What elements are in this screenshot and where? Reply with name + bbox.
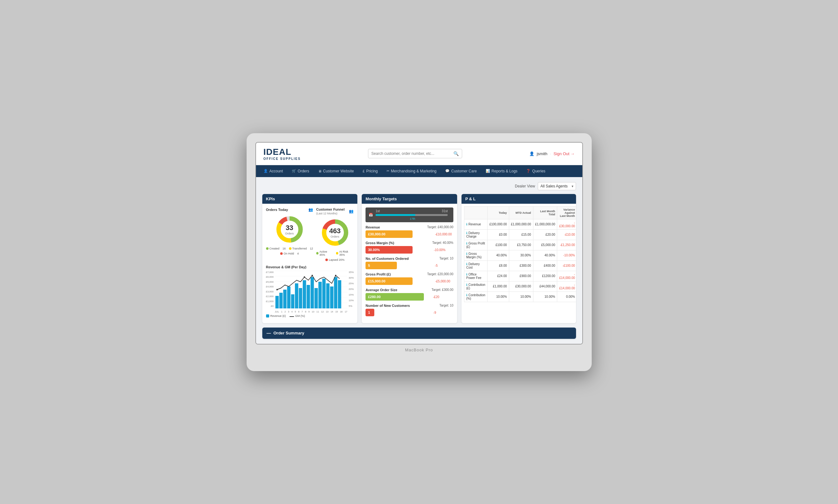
order-summary-title: Order Summary: [274, 331, 304, 335]
pl-row-today: 10.00%: [487, 291, 509, 302]
pl-table-row: ℹGross Margin (%) 40.00% 30.00% 40.00% -…: [464, 250, 576, 260]
date-bar-fill: [376, 214, 415, 216]
target-bar-revenue: £30,000.00: [365, 230, 413, 238]
dealer-select[interactable]: All Sales Agents: [538, 182, 576, 190]
customer-funnel-card: Customer Funnel(Last 12 Months) 👥: [316, 208, 354, 262]
revenue-chart-title: Revenue & GM (Per Day): [266, 265, 354, 269]
user-icon: 👤: [529, 151, 534, 156]
legend-lapsed: Lapsed 20%: [325, 258, 344, 262]
order-summary-header: — Order Summary: [262, 327, 576, 339]
revenue-svg: [275, 271, 347, 308]
funnel-legend2: Lapsed 20%: [325, 258, 344, 262]
date-bar-track: [376, 214, 448, 216]
legend-active: Active 45%: [316, 250, 333, 256]
search-icon: 🔍: [454, 151, 459, 156]
collapse-icon[interactable]: —: [267, 331, 271, 336]
nav-label-merchandising: Merchandising & Marketing: [391, 169, 437, 173]
nav-item-merchandising[interactable]: ✂ Merchandising & Marketing: [382, 165, 441, 177]
username: jsmith: [537, 151, 547, 156]
legend-revenue: Revenue (£): [266, 314, 286, 318]
svg-rect-28: [326, 283, 330, 308]
macbook-label: MacBook Pro: [255, 347, 583, 352]
signout-link[interactable]: Sign Out →: [553, 151, 575, 156]
nav-item-customer-website[interactable]: 🖥 Customer Website: [314, 165, 358, 177]
date-track-wrap: 1st 31st 17th: [376, 209, 448, 220]
pl-row-lastmonth: 10.00%: [533, 291, 557, 302]
nav-item-reports[interactable]: 📊 Reports & Logs: [481, 165, 522, 177]
date-current: 17th: [376, 217, 415, 220]
svg-rect-23: [307, 285, 310, 308]
target-gross-margin: Gross Margin (%) Target: 40.00% 30.00% -…: [365, 241, 454, 254]
svg-point-35: [335, 274, 336, 276]
svg-rect-22: [303, 280, 306, 308]
legend-onhold: On Hold: [280, 252, 294, 255]
kpi-top: Orders Today 👥: [266, 208, 354, 262]
nav-item-account[interactable]: 👤 Account: [259, 165, 287, 177]
orders-icon: 🛒: [292, 169, 296, 173]
website-icon: 🖥: [318, 169, 322, 173]
svg-rect-21: [299, 288, 302, 308]
target-bar-gp: £15,000.00: [365, 277, 413, 285]
funnel-icon: 👥: [349, 209, 354, 213]
pl-row-today: £1,000.00: [487, 281, 509, 291]
logo-ideal: IDEAL: [263, 147, 301, 157]
nav-label-customer-website: Customer Website: [323, 169, 354, 173]
svg-rect-25: [314, 288, 318, 308]
pl-row-variance: -£14,000.00: [557, 281, 576, 291]
dealer-select-wrap: All Sales Agents: [538, 182, 576, 190]
nav-item-queries[interactable]: ❓ Queries: [522, 165, 550, 177]
pl-row-lastmonth: 40.00%: [533, 250, 557, 260]
pl-row-variance: -£10.00: [557, 230, 576, 240]
monthly-targets-panel: Monthly Targets 📅 1st 31st: [362, 194, 457, 323]
pl-row-mtd: 30.00%: [509, 250, 533, 260]
svg-rect-17: [283, 290, 287, 308]
svg-rect-31: [338, 280, 341, 308]
pl-row-variance: -£30,000.00: [557, 219, 576, 230]
nav-bar: 👤 Account 🛒 Orders 🖥 Customer Website £ …: [256, 165, 582, 177]
user-area: 👤 jsmith · Sign Out →: [529, 151, 575, 156]
pl-row-name: ℹGross Profit (£): [464, 240, 488, 250]
pl-table-row: ℹContribution (£) £1,000.00 £30,000.00 £…: [464, 281, 576, 291]
nav-item-customer-care[interactable]: 💬 Customer Care: [441, 165, 481, 177]
pl-row-today: £8.00: [487, 260, 509, 271]
search-input[interactable]: [372, 151, 454, 156]
target-customers-ordered: No. of Customers Ordered Target: 10 5 -5: [365, 257, 454, 269]
legend-gm: GM (%): [290, 314, 305, 318]
monthly-targets-header: Monthly Targets: [362, 194, 457, 204]
nav-label-account: Account: [270, 169, 283, 173]
app-header: IDEAL OFFICE SUPPLIES 🔍 👤 jsmith · Sign …: [256, 143, 582, 165]
pl-row-lastmonth: £1,000,000.00: [533, 219, 557, 230]
pl-table-row: ℹDelivery Charge £0.00 £15.00 £20.00 -£1…: [464, 230, 576, 240]
pl-col-today: Today: [487, 206, 509, 219]
svg-point-34: [311, 274, 313, 276]
pl-table-body: ℹRevenue £100,000.00 £1,000,000.00 £1,00…: [464, 219, 576, 302]
pl-row-name: ℹContribution (£): [464, 281, 488, 291]
dealer-view-label: Dealer View: [515, 184, 535, 188]
pl-row-lastmonth: £5,000.00: [533, 240, 557, 250]
y-axis-left: £7,000 £6,000 £5,000 £4,000 £3,000 £2,00…: [266, 271, 274, 308]
logo-sub: OFFICE SUPPLIES: [263, 157, 301, 161]
target-bar-customers: 5: [365, 262, 397, 269]
y-axis-right: 35% 30% 25% 20% 15% 10% 5%: [348, 271, 354, 308]
pl-table-row: ℹDelivery Cost £8.00 £300.00 £400.00 -£1…: [464, 260, 576, 271]
pl-row-mtd: £15.00: [509, 230, 533, 240]
pl-row-name: ℹContribution (%): [464, 291, 488, 302]
pl-row-mtd: £300.00: [509, 260, 533, 271]
pl-table-head: Today MTD Actual Last Month Total Varian…: [464, 206, 576, 219]
customer-funnel-title: Customer Funnel(Last 12 Months) 👥: [316, 208, 354, 215]
search-bar[interactable]: 🔍: [368, 149, 462, 158]
pl-col-mtd: MTD Actual: [509, 206, 533, 219]
target-avg-order: Average Order Size Target: £300.00 £280.…: [365, 288, 454, 301]
dealer-view-row: Dealer View All Sales Agents: [262, 182, 576, 190]
reports-icon: 📊: [486, 169, 490, 173]
pl-row-today: 40.00%: [487, 250, 509, 260]
orders-today-legend2: On Hold 4: [280, 252, 299, 255]
nav-item-orders[interactable]: 🛒 Orders: [287, 165, 314, 177]
nav-item-pricing[interactable]: £ Pricing: [358, 165, 382, 177]
pl-row-name: ℹDelivery Cost: [464, 260, 488, 271]
pl-col-variance: Variance Against Last Month: [557, 206, 576, 219]
pricing-icon: £: [363, 169, 364, 173]
svg-rect-24: [311, 277, 314, 308]
svg-rect-20: [295, 283, 298, 308]
nav-label-customer-care: Customer Care: [451, 169, 477, 173]
